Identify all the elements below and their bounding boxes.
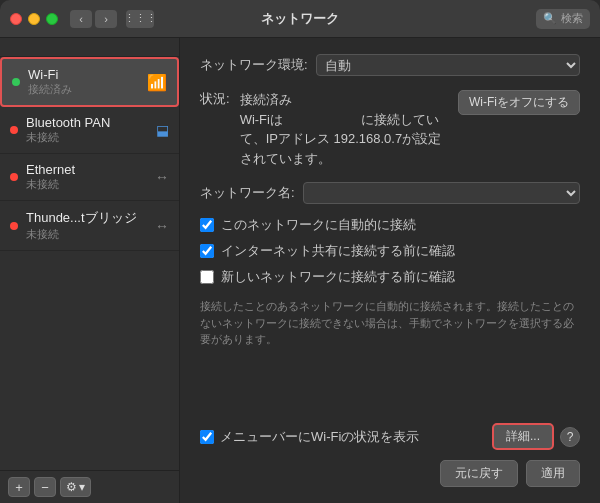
close-button[interactable] (10, 13, 22, 25)
checkbox-confirm-share: インターネット共有に接続する前に確認 (200, 242, 580, 260)
sidebar-item-wifi[interactable]: Wi-Fi 接続済み 📶 (0, 57, 179, 107)
auto-connect-checkbox[interactable] (200, 218, 214, 232)
search-icon: 🔍 (543, 12, 557, 25)
status-connected: 接続済み (240, 92, 292, 107)
network-list: Wi-Fi 接続済み 📶 Bluetooth PAN 未接続 ⬓ Etherne… (0, 57, 179, 470)
net-name-ethernet: Ethernet (26, 162, 151, 177)
status-dot-wifi (12, 78, 20, 86)
minimize-button[interactable] (28, 13, 40, 25)
wifi-icon: 📶 (147, 73, 167, 92)
status-detail: Wi-Fiは に接続していて、IPアドレス 192.168.0.7が設定されてい… (240, 112, 442, 166)
status-dot-bluetooth (10, 126, 18, 134)
net-name-bluetooth: Bluetooth PAN (26, 115, 152, 130)
net-info-thunderbolt: Thunde...tブリッジ 未接続 (26, 209, 151, 242)
remove-network-button[interactable]: − (34, 477, 56, 497)
network-name-row: ネットワーク名: (200, 182, 580, 204)
traffic-lights (10, 13, 58, 25)
add-network-button[interactable]: + (8, 477, 30, 497)
net-info-wifi: Wi-Fi 接続済み (28, 67, 143, 97)
search-placeholder: 検索 (561, 11, 583, 26)
revert-button[interactable]: 元に戻す (440, 460, 518, 487)
window-title: ネットワーク (261, 10, 339, 28)
net-info-ethernet: Ethernet 未接続 (26, 162, 151, 192)
forward-button[interactable]: › (95, 10, 117, 28)
main-content: Wi-Fi 接続済み 📶 Bluetooth PAN 未接続 ⬓ Etherne… (0, 38, 600, 503)
network-name-select[interactable] (303, 182, 580, 204)
checkbox-auto-connect: このネットワークに自動的に接続 (200, 216, 580, 234)
sidebar-toolbar: + − ⚙ ▾ (0, 470, 179, 503)
thunderbolt-icon: ↔ (155, 218, 169, 234)
net-status-thunderbolt: 未接続 (26, 227, 151, 242)
status-dot-ethernet (10, 173, 18, 181)
status-label: 状況: (200, 90, 230, 108)
back-button[interactable]: ‹ (70, 10, 92, 28)
menu-bar-checkbox[interactable] (200, 430, 214, 444)
confirm-share-checkbox[interactable] (200, 244, 214, 258)
bluetooth-icon: ⬓ (156, 122, 169, 138)
confirm-share-label: インターネット共有に接続する前に確認 (221, 242, 455, 260)
ethernet-icon: ↔ (155, 169, 169, 185)
sidebar: Wi-Fi 接続済み 📶 Bluetooth PAN 未接続 ⬓ Etherne… (0, 38, 180, 503)
net-info-bluetooth: Bluetooth PAN 未接続 (26, 115, 152, 145)
menu-bar-label: メニューバーにWi-Fiの状況を表示 (220, 428, 419, 446)
maximize-button[interactable] (46, 13, 58, 25)
menu-check-row: メニューバーにWi-Fiの状況を表示 (200, 428, 492, 446)
gear-icon: ⚙ (66, 480, 77, 494)
net-name-wifi: Wi-Fi (28, 67, 143, 82)
action-buttons: 詳細... ? (492, 423, 580, 450)
net-name-thunderbolt: Thunde...tブリッジ (26, 209, 151, 227)
bottom-bar: メニューバーにWi-Fiの状況を表示 詳細... ? (200, 423, 580, 450)
description-text: 接続したことのあるネットワークに自動的に接続されます。接続したことのないネットワ… (200, 298, 580, 348)
apply-button[interactable]: 適用 (526, 460, 580, 487)
chevron-down-icon: ▾ (79, 480, 85, 494)
help-button[interactable]: ? (560, 427, 580, 447)
details-button[interactable]: 詳細... (492, 423, 554, 450)
sidebar-item-ethernet[interactable]: Ethernet 未接続 ↔ (0, 154, 179, 201)
gear-menu-button[interactable]: ⚙ ▾ (60, 477, 91, 497)
checkbox-confirm-new: 新しいネットワークに接続する前に確認 (200, 268, 580, 286)
apply-buttons-row: 元に戻す 適用 (200, 450, 580, 487)
status-row: 状況: 接続済み Wi-Fiは に接続していて、IPアドレス 192.168.0… (200, 90, 580, 168)
confirm-new-label: 新しいネットワークに接続する前に確認 (221, 268, 455, 286)
sidebar-item-thunderbolt[interactable]: Thunde...tブリッジ 未接続 ↔ (0, 201, 179, 251)
auto-connect-label: このネットワークに自動的に接続 (221, 216, 416, 234)
app-grid-button[interactable]: ⋮⋮⋮ (126, 10, 154, 28)
status-dot-thunderbolt (10, 222, 18, 230)
wifi-off-button[interactable]: Wi-Fiをオフにする (458, 90, 580, 115)
env-label: ネットワーク環境: (200, 56, 308, 74)
sidebar-item-bluetooth[interactable]: Bluetooth PAN 未接続 ⬓ (0, 107, 179, 154)
right-panel: ネットワーク環境: 自動 状況: 接続済み Wi-Fiは に接続していて、IPア… (180, 38, 600, 503)
env-select[interactable]: 自動 (316, 54, 580, 76)
env-row: ネットワーク環境: 自動 (200, 54, 580, 76)
network-name-label: ネットワーク名: (200, 184, 295, 202)
net-status-ethernet: 未接続 (26, 177, 151, 192)
search-box[interactable]: 🔍 検索 (536, 9, 590, 29)
net-status-bluetooth: 未接続 (26, 130, 152, 145)
confirm-new-checkbox[interactable] (200, 270, 214, 284)
status-value: 接続済み Wi-Fiは に接続していて、IPアドレス 192.168.0.7が設… (240, 90, 448, 168)
env-bar (0, 38, 179, 57)
titlebar: ‹ › ⋮⋮⋮ ネットワーク 🔍 検索 (0, 0, 600, 38)
net-status-wifi: 接続済み (28, 82, 143, 97)
